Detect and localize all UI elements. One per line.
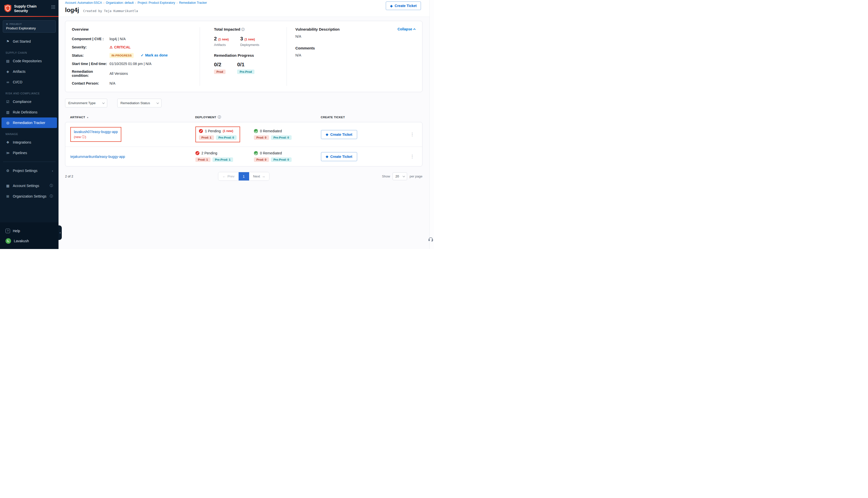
remediation-status-filter[interactable]: Remediation Status — [117, 99, 162, 107]
create-ticket-button[interactable]: ◆ Create Ticket — [321, 152, 357, 161]
show-label: Show — [382, 174, 390, 178]
check-icon: ✓ — [141, 53, 144, 57]
rule-definitions-icon: ▥ — [5, 110, 10, 114]
prod-progress-value: 0/2 — [214, 62, 225, 67]
table-row: lavakush07/easy-buggy-app (new ⓘ) 1 Pend… — [65, 122, 422, 147]
sidebar-item-organization-settings[interactable]: ⊞ Organization Settings ⓘ — [1, 191, 57, 201]
prod-badge: Prod — [214, 69, 225, 74]
time-value: 01/10/2025 01:08 pm | N/A — [109, 62, 200, 66]
scrollbar-gutter[interactable] — [429, 0, 434, 249]
user-menu[interactable]: L Lavakush — [0, 236, 59, 246]
content-area: Collapse Overview Component | CVE : log4… — [59, 17, 434, 181]
deployments-stat: 3 (1 new) Deployments — [240, 36, 259, 47]
ticket-cell: ◆ Create Ticket — [321, 152, 407, 161]
breadcrumb-account[interactable]: Account: Automation-SSCA — [65, 1, 102, 4]
row-menu-kebab-icon[interactable]: ⋮ — [407, 154, 417, 159]
sidebar-item-account-settings[interactable]: ▦ Account Settings ⓘ — [1, 181, 57, 191]
preprod-badge: Pre-Prod — [237, 69, 255, 74]
page-1-button[interactable]: 1 — [238, 172, 249, 181]
remediation-tracker-icon: ◎ — [5, 121, 10, 125]
page-size-select[interactable]: 20 — [392, 172, 407, 180]
sidebar-item-pipelines[interactable]: ≫ Pipelines — [1, 148, 57, 158]
artifact-column-header[interactable]: ARTIFACT ▲ — [70, 116, 195, 119]
create-ticket-label: Create Ticket — [330, 132, 352, 136]
pending-new-label: (1 new) — [223, 129, 233, 133]
create-ticket-button[interactable]: ◆ Create Ticket — [321, 130, 357, 139]
pending-cell: 1 Pending (1 new) Prod: 1 Pre-Prod: 0 — [195, 127, 254, 142]
project-settings-icon: ⚙ — [5, 169, 10, 173]
app-switcher-grid-icon[interactable] — [51, 5, 55, 9]
sidebar-item-code-repositories[interactable]: ▤ Code Repositories — [1, 56, 57, 66]
sidebar-item-rule-definitions[interactable]: ▥ Rule Definitions — [1, 107, 57, 117]
artifact-link[interactable]: tejakummarikuntla/easy-buggy-app — [70, 155, 125, 159]
brand-line2: Security — [14, 9, 49, 13]
sidebar-item-artifacts[interactable]: ◈ Artifacts — [1, 66, 57, 77]
table-header: ARTIFACT ▲ DEPLOYMENT ⓘ CREATE TICKET — [65, 115, 423, 119]
sidebar-item-label: Project Settings — [13, 169, 37, 173]
deployments-new-count: (1 new) — [245, 38, 255, 41]
sidebar-item-label: Get Started — [13, 39, 31, 43]
remediated-count-label: 0 Remediated — [260, 151, 282, 155]
component-cve-value: log4j | N/A — [109, 37, 200, 41]
brand-title: Supply Chain Security — [14, 4, 49, 13]
info-icon[interactable]: ⓘ — [50, 194, 53, 198]
help-button[interactable]: ? Help — [0, 226, 59, 236]
severity-label: Severity: — [72, 45, 109, 49]
pipelines-icon: ≫ — [5, 151, 10, 155]
sidebar-item-integrations[interactable]: ❖ Integrations — [1, 137, 57, 148]
breadcrumb-separator: › — [103, 1, 104, 4]
prod-pending-badge: Prod: 1 — [199, 135, 214, 140]
remediation-table: lavakush07/easy-buggy-app (new ⓘ) 1 Pend… — [65, 122, 423, 167]
row-menu-kebab-icon[interactable]: ⋮ — [407, 132, 417, 137]
breadcrumb-project[interactable]: Project: Product Exploratory — [138, 1, 175, 4]
remediation-condition-value: All Versions — [109, 71, 200, 76]
severity-text: CRITICAL — [114, 45, 131, 49]
create-ticket-label: Create Ticket — [330, 155, 352, 159]
breadcrumb-page[interactable]: Remediation Tracker — [179, 1, 207, 4]
artifacts-count: 2 — [214, 36, 217, 42]
section-label-risk-compliance: RISK AND COMPLIANCE — [0, 87, 59, 96]
created-by-text: Created by Teja Kummarikuntla — [83, 9, 138, 13]
sidebar-item-label: Pipelines — [13, 151, 27, 155]
info-icon[interactable]: ⓘ — [241, 28, 245, 31]
create-ticket-button[interactable]: ◆ Create Ticket — [386, 1, 421, 10]
sidebar-item-remediation-tracker[interactable]: ◎ Remediation Tracker — [1, 117, 57, 128]
warning-icon: ⚠ — [109, 45, 113, 49]
result-count: 2 of 2 — [65, 174, 140, 178]
sidebar-item-compliance[interactable]: ☑ Compliance — [1, 96, 57, 107]
info-icon[interactable]: ⓘ — [218, 115, 221, 119]
create-ticket-header-label: CREATE TICKET — [321, 116, 345, 119]
comments-value: N/A — [295, 53, 386, 57]
sidebar-item-get-started[interactable]: ⚑ Get Started — [1, 36, 57, 47]
info-icon[interactable]: ⓘ — [50, 183, 53, 188]
avatar: L — [5, 238, 11, 244]
sidebar-item-label: Code Repositories — [13, 59, 42, 63]
next-page-button[interactable]: Next → — [249, 172, 269, 181]
cicd-infinity-icon: ∞ — [5, 80, 10, 84]
annotation-box-pending: 1 Pending (1 new) Prod: 1 Pre-Prod: 0 — [195, 127, 240, 142]
sidebar-item-label: Rule Definitions — [13, 110, 37, 114]
status-label: Status: — [72, 53, 109, 57]
collapse-toggle[interactable]: Collapse — [398, 27, 416, 31]
environment-type-filter[interactable]: Environment Type — [65, 99, 107, 107]
mark-as-done-label: Mark as done — [145, 53, 168, 57]
sidebar-item-label: CI/CD — [13, 80, 22, 84]
preprod-remediated-badge: Pre-Prod: 0 — [271, 157, 292, 162]
remediation-condition-label: Remediation condition: — [72, 69, 109, 78]
prev-page-button[interactable]: ← Prev — [218, 172, 238, 181]
sidebar-collapse-handle[interactable]: ‹ — [59, 225, 62, 240]
collapse-label: Collapse — [398, 27, 412, 31]
artifact-link[interactable]: lavakush07/easy-buggy-app — [74, 130, 118, 134]
sidebar-item-cicd[interactable]: ∞ CI/CD — [1, 77, 57, 87]
mark-as-done-button[interactable]: ✓ Mark as done — [141, 53, 168, 57]
sidebar-item-project-settings[interactable]: ⚙ Project Settings › — [1, 166, 57, 176]
table-row: tejakummarikuntla/easy-buggy-app 2 Pendi… — [65, 147, 422, 166]
remediated-cell: 0 Remediated Prod: 0 Pre-Prod: 0 — [254, 151, 321, 162]
environment-type-label: Environment Type — [68, 101, 96, 105]
project-selector[interactable]: ⚙ PROJECT Product Exploratory — [3, 20, 56, 32]
support-headset-icon[interactable] — [428, 236, 433, 242]
deployments-count: 3 — [240, 36, 243, 42]
breadcrumb-organization[interactable]: Organization: default — [106, 1, 134, 4]
overview-impact: Total Impacted ⓘ 2 (1 new) Artifacts — [200, 27, 287, 86]
chevron-right-icon: › — [52, 169, 53, 173]
